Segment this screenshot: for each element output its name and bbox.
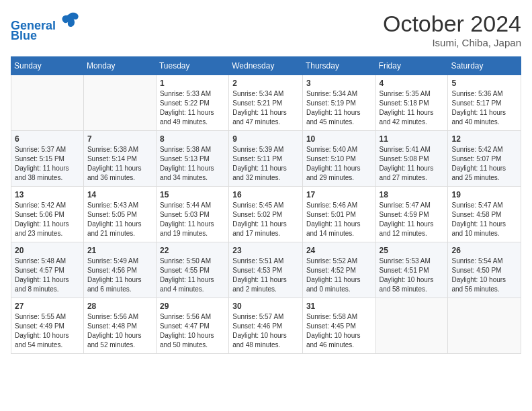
day-number: 29 xyxy=(160,302,225,311)
sunset-text: Sunset: 5:19 PM xyxy=(306,99,372,108)
daylight-text: Daylight: 10 hours and 46 minutes. xyxy=(306,331,372,350)
day-info: Sunrise: 5:55 AM Sunset: 4:49 PM Dayligh… xyxy=(15,312,80,350)
sunset-text: Sunset: 4:58 PM xyxy=(451,210,517,220)
header-tuesday: Tuesday xyxy=(156,57,228,75)
sunset-text: Sunset: 4:59 PM xyxy=(380,210,445,220)
daylight-text: Daylight: 10 hours and 54 minutes. xyxy=(15,331,80,350)
sunset-text: Sunset: 5:22 PM xyxy=(160,99,225,108)
daylight-text: Daylight: 11 hours and 32 minutes. xyxy=(232,164,299,183)
day-number: 28 xyxy=(87,302,152,311)
calendar-cell: 27 Sunrise: 5:55 AM Sunset: 4:49 PM Dayl… xyxy=(11,298,84,354)
day-number: 8 xyxy=(160,134,225,144)
sunrise-text: Sunrise: 5:56 AM xyxy=(160,312,225,322)
day-info: Sunrise: 5:53 AM Sunset: 4:51 PM Dayligh… xyxy=(380,257,445,294)
day-number: 19 xyxy=(451,190,517,199)
daylight-text: Daylight: 11 hours and 23 minutes. xyxy=(15,220,80,238)
sunset-text: Sunset: 5:13 PM xyxy=(160,154,225,164)
calendar-cell: 25 Sunrise: 5:53 AM Sunset: 4:51 PM Dayl… xyxy=(375,242,448,298)
day-number: 9 xyxy=(232,134,299,144)
daylight-text: Daylight: 11 hours and 42 minutes. xyxy=(380,108,445,127)
day-info: Sunrise: 5:33 AM Sunset: 5:22 PM Dayligh… xyxy=(160,89,225,127)
calendar-cell: 13 Sunrise: 5:42 AM Sunset: 5:06 PM Dayl… xyxy=(11,187,84,242)
sunrise-text: Sunrise: 5:36 AM xyxy=(451,89,517,99)
sunset-text: Sunset: 5:01 PM xyxy=(306,210,372,220)
sunrise-text: Sunrise: 5:37 AM xyxy=(15,145,80,154)
header-monday: Monday xyxy=(83,57,156,75)
sunrise-text: Sunrise: 5:34 AM xyxy=(306,89,372,99)
daylight-text: Daylight: 11 hours and 8 minutes. xyxy=(15,275,80,294)
daylight-text: Daylight: 11 hours and 2 minutes. xyxy=(232,275,299,294)
sunset-text: Sunset: 5:10 PM xyxy=(306,154,372,164)
day-info: Sunrise: 5:49 AM Sunset: 4:56 PM Dayligh… xyxy=(87,257,152,294)
calendar-cell: 10 Sunrise: 5:40 AM Sunset: 5:10 PM Dayl… xyxy=(302,131,375,187)
sunset-text: Sunset: 5:02 PM xyxy=(232,210,299,220)
day-info: Sunrise: 5:45 AM Sunset: 5:02 PM Dayligh… xyxy=(232,201,299,238)
day-number: 21 xyxy=(87,246,152,255)
day-number: 7 xyxy=(87,134,152,144)
daylight-text: Daylight: 11 hours and 10 minutes. xyxy=(451,220,517,238)
sunrise-text: Sunrise: 5:42 AM xyxy=(15,201,80,210)
day-number: 13 xyxy=(15,190,80,199)
sunset-text: Sunset: 4:47 PM xyxy=(160,322,225,331)
day-number: 18 xyxy=(380,190,445,199)
daylight-text: Daylight: 11 hours and 29 minutes. xyxy=(306,164,372,183)
sunrise-text: Sunrise: 5:48 AM xyxy=(15,257,80,266)
day-number: 15 xyxy=(160,190,225,199)
calendar-cell: 17 Sunrise: 5:46 AM Sunset: 5:01 PM Dayl… xyxy=(302,187,375,242)
sunset-text: Sunset: 5:08 PM xyxy=(380,154,445,164)
calendar-cell: 1 Sunrise: 5:33 AM Sunset: 5:22 PM Dayli… xyxy=(156,75,228,131)
daylight-text: Daylight: 10 hours and 56 minutes. xyxy=(451,275,517,294)
day-number: 22 xyxy=(160,246,225,255)
day-number: 31 xyxy=(306,302,372,311)
daylight-text: Daylight: 11 hours and 25 minutes. xyxy=(451,164,517,183)
calendar-cell: 5 Sunrise: 5:36 AM Sunset: 5:17 PM Dayli… xyxy=(448,75,521,131)
day-info: Sunrise: 5:34 AM Sunset: 5:21 PM Dayligh… xyxy=(232,89,299,127)
calendar-cell: 2 Sunrise: 5:34 AM Sunset: 5:21 PM Dayli… xyxy=(229,75,303,131)
daylight-text: Daylight: 11 hours and 0 minutes. xyxy=(306,275,372,294)
sunrise-text: Sunrise: 5:38 AM xyxy=(87,145,152,154)
day-info: Sunrise: 5:40 AM Sunset: 5:10 PM Dayligh… xyxy=(306,145,372,183)
day-number: 30 xyxy=(232,302,299,311)
sunset-text: Sunset: 5:21 PM xyxy=(232,99,299,108)
daylight-text: Daylight: 11 hours and 17 minutes. xyxy=(232,220,299,238)
sunrise-text: Sunrise: 5:53 AM xyxy=(380,257,445,266)
day-number: 4 xyxy=(380,79,445,88)
calendar-cell: 3 Sunrise: 5:34 AM Sunset: 5:19 PM Dayli… xyxy=(302,75,375,131)
logo-bird-icon xyxy=(60,11,79,30)
day-info: Sunrise: 5:41 AM Sunset: 5:08 PM Dayligh… xyxy=(380,145,445,183)
calendar-table: Sunday Monday Tuesday Wednesday Thursday… xyxy=(11,56,521,354)
day-info: Sunrise: 5:43 AM Sunset: 5:05 PM Dayligh… xyxy=(87,201,152,238)
day-number: 10 xyxy=(306,134,372,144)
sunset-text: Sunset: 4:49 PM xyxy=(15,322,80,331)
day-info: Sunrise: 5:52 AM Sunset: 4:52 PM Dayligh… xyxy=(306,257,372,294)
sunrise-text: Sunrise: 5:52 AM xyxy=(306,257,372,266)
page-header: General Blue October 2024 Isumi, Chiba, … xyxy=(11,11,521,48)
daylight-text: Daylight: 11 hours and 6 minutes. xyxy=(87,275,152,294)
day-info: Sunrise: 5:56 AM Sunset: 4:47 PM Dayligh… xyxy=(160,312,225,350)
day-info: Sunrise: 5:48 AM Sunset: 4:57 PM Dayligh… xyxy=(15,257,80,294)
calendar-cell: 22 Sunrise: 5:50 AM Sunset: 4:55 PM Dayl… xyxy=(156,242,228,298)
daylight-text: Daylight: 11 hours and 27 minutes. xyxy=(380,164,445,183)
sunrise-text: Sunrise: 5:49 AM xyxy=(87,257,152,266)
calendar-cell: 19 Sunrise: 5:47 AM Sunset: 4:58 PM Dayl… xyxy=(448,187,521,242)
day-number: 20 xyxy=(15,246,80,255)
day-number: 26 xyxy=(451,246,517,255)
calendar-cell: 28 Sunrise: 5:56 AM Sunset: 4:48 PM Dayl… xyxy=(83,298,156,354)
daylight-text: Daylight: 11 hours and 36 minutes. xyxy=(87,164,152,183)
calendar-cell: 7 Sunrise: 5:38 AM Sunset: 5:14 PM Dayli… xyxy=(83,131,156,187)
sunset-text: Sunset: 5:11 PM xyxy=(232,154,299,164)
daylight-text: Daylight: 10 hours and 48 minutes. xyxy=(232,331,299,350)
calendar-cell: 11 Sunrise: 5:41 AM Sunset: 5:08 PM Dayl… xyxy=(375,131,448,187)
sunrise-text: Sunrise: 5:46 AM xyxy=(306,201,372,210)
header-wednesday: Wednesday xyxy=(229,57,303,75)
calendar-cell: 26 Sunrise: 5:54 AM Sunset: 4:50 PM Dayl… xyxy=(448,242,521,298)
daylight-text: Daylight: 11 hours and 45 minutes. xyxy=(306,108,372,127)
calendar-week-row: 6 Sunrise: 5:37 AM Sunset: 5:15 PM Dayli… xyxy=(11,131,521,187)
calendar-cell: 30 Sunrise: 5:57 AM Sunset: 4:46 PM Dayl… xyxy=(229,298,303,354)
calendar-cell: 16 Sunrise: 5:45 AM Sunset: 5:02 PM Dayl… xyxy=(229,187,303,242)
sunset-text: Sunset: 4:45 PM xyxy=(306,322,372,331)
day-info: Sunrise: 5:51 AM Sunset: 4:53 PM Dayligh… xyxy=(232,257,299,294)
header-saturday: Saturday xyxy=(448,57,521,75)
sunrise-text: Sunrise: 5:41 AM xyxy=(380,145,445,154)
day-number: 23 xyxy=(232,246,299,255)
